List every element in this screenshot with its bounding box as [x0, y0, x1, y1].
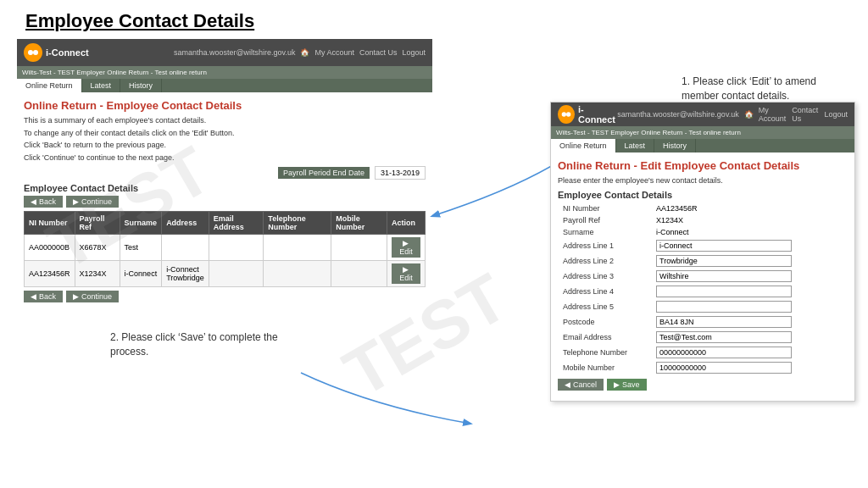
cell-mobile — [331, 235, 387, 261]
form-row: Postcode — [558, 314, 848, 330]
tab-online-return[interactable]: Online Return — [17, 79, 82, 92]
my-account-link[interactable]: My Account — [314, 48, 354, 57]
field-input-4[interactable] — [656, 255, 792, 267]
breadcrumb-bar: Wilts-Test - TEST Employer Online Return… — [17, 66, 432, 79]
field-input-cell — [651, 299, 848, 314]
payroll-period-row: Payroll Period End Date 31-13-2019 — [24, 166, 426, 180]
logo-icon — [24, 43, 42, 62]
field-input-8[interactable] — [656, 316, 792, 328]
cancel-button[interactable]: ◀ Cancel — [558, 379, 604, 391]
contact-us-link[interactable]: Contact Us — [359, 48, 398, 57]
left-panel: i-Connect samantha.wooster@wiltshire.gov… — [17, 39, 432, 313]
form-row: Payroll Ref X1234X — [558, 214, 848, 226]
form-row: Surname i-Connect — [558, 226, 848, 238]
right-tab-online-return[interactable]: Online Return — [551, 139, 616, 152]
annotation-1: 1. Please click ‘Edit’ to amend member c… — [682, 75, 851, 103]
save-button[interactable]: ▶ Save — [607, 379, 647, 391]
tab-history[interactable]: History — [120, 79, 162, 92]
field-label: Email Address — [558, 330, 651, 345]
field-input-cell — [651, 269, 848, 284]
field-input-cell — [651, 238, 848, 253]
right-header: i-Connect samantha.wooster@wiltshire.gov… — [551, 103, 854, 126]
field-input-cell — [651, 330, 848, 345]
section-title: Online Return - Employee Contact Details — [24, 99, 426, 112]
field-input-3[interactable] — [656, 240, 792, 252]
field-value: X1234X — [651, 214, 848, 226]
table-row: AA000000B X6678X Test ▶ Edit — [25, 235, 426, 261]
cell-payroll: X1234X — [75, 261, 120, 287]
cell-surname: i-Connect — [120, 261, 162, 287]
continue-button[interactable]: ▶ Continue — [66, 196, 119, 208]
right-my-account-link[interactable]: My Account — [759, 106, 787, 123]
field-input-11[interactable] — [656, 362, 792, 374]
field-input-cell — [651, 345, 848, 360]
col-ni: NI Number — [25, 212, 75, 235]
home-icon: 🏠 — [300, 48, 309, 57]
cell-action: ▶ Edit — [387, 261, 425, 287]
form-row: Email Address — [558, 330, 848, 345]
right-panel: i-Connect samantha.wooster@wiltshire.gov… — [550, 102, 855, 402]
right-logo-text: i-Connect — [578, 104, 617, 125]
right-logout-link[interactable]: Logout — [824, 110, 848, 119]
right-subsection-title: Employee Contact Details — [558, 190, 848, 200]
payroll-period-label: Payroll Period End Date — [278, 167, 370, 179]
continue-button-2[interactable]: ▶ Continue — [66, 291, 119, 302]
field-input-9[interactable] — [656, 331, 792, 343]
cell-surname: Test — [120, 235, 162, 261]
svg-point-2 — [33, 50, 38, 55]
field-input-6[interactable] — [656, 286, 792, 297]
logout-link[interactable]: Logout — [402, 48, 426, 57]
col-payroll: Payroll Ref — [75, 212, 120, 235]
form-row: Address Line 1 — [558, 238, 848, 253]
form-row: Address Line 4 — [558, 284, 848, 299]
field-label: Address Line 5 — [558, 299, 651, 314]
desc-2: To change any of their contact details c… — [24, 128, 426, 139]
col-tel: Telephone Number — [264, 212, 331, 235]
field-label: Surname — [558, 226, 651, 238]
right-tab-latest[interactable]: Latest — [616, 139, 655, 152]
svg-point-5 — [566, 112, 570, 116]
edit-button-1[interactable]: ▶ Edit — [392, 263, 420, 284]
form-row: Address Line 2 — [558, 253, 848, 269]
form-row: Mobile Number — [558, 360, 848, 375]
page-title: Employee Contact Details — [0, 0, 868, 39]
field-input-7[interactable] — [656, 301, 792, 313]
field-label: Postcode — [558, 314, 651, 330]
cell-address — [162, 235, 209, 261]
form-row: Address Line 5 — [558, 299, 848, 314]
field-label: Address Line 1 — [558, 238, 651, 253]
desc-1: This is a summary of each employee's con… — [24, 115, 426, 126]
field-input-cell — [651, 284, 848, 299]
right-tab-history[interactable]: History — [654, 139, 696, 152]
right-contact-us-link[interactable]: Contact Us — [792, 106, 819, 123]
col-surname: Surname — [120, 212, 162, 235]
form-row: Telephone Number — [558, 345, 848, 360]
field-value: i-Connect — [651, 226, 848, 238]
cell-email — [209, 261, 264, 287]
tab-latest[interactable]: Latest — [82, 79, 121, 92]
back-button[interactable]: ◀ Back — [24, 196, 63, 208]
edit-button-0[interactable]: ▶ Edit — [392, 237, 420, 258]
form-row: NI Number AA123456R — [558, 202, 848, 214]
cell-ni: AA123456R — [25, 261, 75, 287]
form-fields-table: NI Number AA123456R Payroll Ref X1234X S… — [558, 202, 848, 375]
col-action: Action — [387, 212, 425, 235]
desc-3: Click 'Back' to return to the previous p… — [24, 140, 426, 151]
back-button-2[interactable]: ◀ Back — [24, 291, 63, 302]
field-input-5[interactable] — [656, 270, 792, 282]
field-input-10[interactable] — [656, 347, 792, 358]
btn-row-top: ◀ Back ▶ Continue — [24, 196, 426, 208]
header: i-Connect samantha.wooster@wiltshire.gov… — [17, 39, 432, 66]
cell-address: i-ConnectTrowbridge — [162, 261, 209, 287]
field-label: Address Line 2 — [558, 253, 651, 269]
desc-4: Click 'Continue' to continue to the next… — [24, 152, 426, 164]
field-input-cell — [651, 314, 848, 330]
right-content: Online Return - Edit Employee Contact De… — [551, 152, 854, 401]
right-breadcrumb-text: Wilts-Test - TEST Employer Online Return… — [556, 129, 741, 136]
payroll-period-value: 31-13-2019 — [375, 166, 426, 180]
logo: i-Connect — [24, 43, 89, 62]
field-value: AA123456R — [651, 202, 848, 214]
logo-text: i-Connect — [46, 47, 89, 58]
field-label: NI Number — [558, 202, 651, 214]
svg-point-1 — [28, 50, 33, 55]
